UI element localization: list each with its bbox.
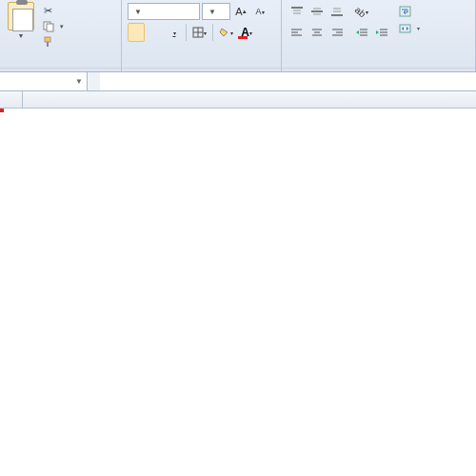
- ribbon: ▼ ✂ ▾: [0, 0, 476, 72]
- worksheet: [0, 91, 476, 109]
- align-middle-button[interactable]: [307, 2, 327, 21]
- align-center-button[interactable]: [307, 23, 327, 42]
- font-group: ▼ ▼ A▴ A▾ ▾ ▾ ▾ A ▾: [122, 0, 282, 71]
- align-bottom-button[interactable]: [327, 2, 347, 21]
- paste-button[interactable]: ▼: [6, 2, 36, 39]
- italic-button[interactable]: [147, 23, 164, 42]
- underline-button[interactable]: ▾: [166, 23, 183, 42]
- chevron-down-icon: ▼: [208, 8, 216, 16]
- separator: [186, 24, 187, 41]
- font-color-button[interactable]: A ▾: [238, 23, 255, 42]
- grow-font-button[interactable]: A▴: [232, 2, 249, 21]
- merge-icon: [399, 22, 411, 34]
- clipboard-group: ▼ ✂ ▾: [0, 0, 122, 71]
- formula-bar: ▼: [0, 72, 476, 91]
- chevron-down-icon: ▾: [417, 25, 420, 31]
- merge-center-button[interactable]: ▾: [397, 21, 422, 35]
- svg-rect-1: [47, 24, 53, 31]
- align-right-button[interactable]: [327, 23, 347, 42]
- highlight-box: [0, 109, 4, 112]
- formula-input[interactable]: [100, 72, 476, 90]
- column-headers: [0, 91, 476, 109]
- separator: [212, 24, 213, 41]
- font-name-combo[interactable]: ▼: [128, 3, 200, 20]
- cut-button[interactable]: ✂: [40, 4, 66, 18]
- font-group-label: [122, 68, 281, 71]
- chevron-down-icon: ▼: [134, 8, 142, 16]
- chevron-down-icon: ▼: [18, 32, 25, 39]
- chevron-down-icon: ▾: [60, 23, 64, 30]
- brush-icon: [42, 35, 54, 48]
- copy-button[interactable]: ▾: [40, 19, 66, 33]
- svg-rect-2: [45, 37, 50, 42]
- increase-indent-button[interactable]: [372, 23, 391, 42]
- alignment-group: ab▾ ▾: [282, 0, 476, 71]
- align-top-button[interactable]: [288, 2, 307, 21]
- copy-icon: [42, 20, 54, 32]
- scissors-icon: ✂: [42, 5, 54, 17]
- fill-color-button[interactable]: ▾: [216, 23, 236, 42]
- svg-rect-3: [47, 42, 49, 47]
- orientation-button[interactable]: ab▾: [352, 2, 371, 21]
- chevron-down-icon: ▼: [75, 77, 83, 86]
- select-all-corner[interactable]: [0, 91, 23, 108]
- bold-button[interactable]: [128, 23, 145, 42]
- paste-icon: [8, 2, 34, 30]
- svg-rect-32: [400, 25, 410, 32]
- wrap-text-button[interactable]: [397, 4, 422, 18]
- clipboard-group-label: [0, 68, 121, 71]
- decrease-indent-button[interactable]: [352, 23, 371, 42]
- align-left-button[interactable]: [288, 23, 307, 42]
- shrink-font-button[interactable]: A▾: [251, 2, 268, 21]
- name-box[interactable]: ▼: [0, 72, 88, 90]
- border-button[interactable]: ▾: [189, 23, 209, 42]
- wrap-icon: [399, 5, 411, 17]
- format-painter-button[interactable]: [40, 34, 66, 49]
- alignment-group-label: [282, 68, 475, 71]
- font-size-combo[interactable]: ▼: [202, 3, 230, 20]
